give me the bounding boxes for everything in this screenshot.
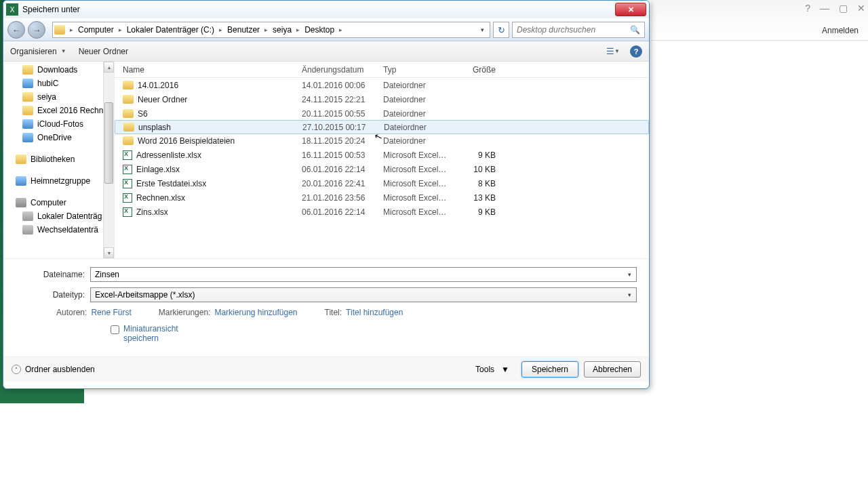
tree-item[interactable]: Bibliotheken (3, 152, 114, 166)
col-type[interactable]: Typ (375, 65, 456, 75)
file-row[interactable]: S620.11.2015 00:55Dateiordner (115, 106, 649, 121)
path-seg-computer[interactable]: Computer (75, 22, 117, 37)
chevron-down-icon[interactable]: ▾ (624, 289, 635, 300)
tree-item[interactable]: seiya (3, 90, 114, 104)
chevron-right-icon[interactable]: ▸ (217, 26, 224, 33)
tags-value[interactable]: Markierung hinzufügen (214, 308, 297, 317)
file-name: 14.01.2016 (138, 81, 178, 90)
tree-item-label: Computer (31, 198, 66, 207)
organize-button[interactable]: Organisieren ▼ (10, 47, 66, 56)
tree-item[interactable]: Excel 2016 Rechn (3, 104, 114, 117)
file-row[interactable]: Erste Testdatei.xlsx20.01.2016 22:41Micr… (115, 176, 649, 190)
cancel-button[interactable]: Abbrechen (584, 361, 641, 378)
file-type: Microsoft Excel-Ar... (375, 193, 456, 203)
file-row[interactable]: Rechnen.xlsx21.01.2016 23:56Microsoft Ex… (115, 190, 649, 205)
col-name[interactable]: Name (115, 65, 294, 75)
address-bar[interactable]: ▸ Computer ▸ Lokaler Datenträger (C:) ▸ … (52, 22, 490, 38)
tree-item[interactable]: hubiC (3, 77, 114, 90)
chevron-right-icon[interactable]: ▸ (117, 26, 124, 33)
filename-input[interactable]: Zinsen ▾ (90, 267, 637, 282)
save-button[interactable]: Speichern (521, 361, 578, 378)
tree-item[interactable]: Computer (3, 196, 114, 209)
dialog-titlebar: X Speichern unter ✕ (3, 1, 649, 18)
save-as-dialog: X Speichern unter ✕ ← → ▸ Computer ▸ Lok… (3, 0, 650, 389)
tree-item-icon (22, 225, 33, 235)
address-dropdown[interactable]: ▾ (477, 26, 488, 33)
file-row[interactable]: Einlage.xlsx06.01.2016 22:14Microsoft Ex… (115, 162, 649, 176)
file-date: 21.01.2016 23:56 (294, 193, 375, 203)
file-date: 20.01.2016 22:41 (294, 179, 375, 188)
filetype-select[interactable]: Excel-Arbeitsmappe (*.xlsx) ▾ (90, 287, 637, 302)
tree-item-icon (16, 176, 26, 186)
restore-icon[interactable]: ▢ (839, 3, 848, 14)
chevron-right-icon[interactable]: ▸ (294, 26, 302, 33)
tree-item[interactable]: iCloud-Fotos (3, 117, 114, 131)
dialog-close-button[interactable]: ✕ (615, 3, 646, 16)
file-row[interactable]: 14.01.201614.01.2016 00:06Dateiordner (115, 78, 649, 92)
tree-item-icon (16, 198, 26, 207)
view-options-button[interactable]: ☰ ▼ (603, 45, 623, 58)
path-seg-desktop[interactable]: Desktop (302, 22, 337, 37)
file-date: 06.01.2016 22:14 (294, 207, 375, 217)
tree-item[interactable]: Wechseldatenträ (3, 223, 114, 237)
chevron-right-icon[interactable]: ▸ (337, 26, 344, 33)
help-button[interactable]: ? (630, 45, 642, 58)
search-box[interactable]: 🔍 (512, 22, 645, 38)
file-row[interactable]: Zins.xlsx06.01.2016 22:14Microsoft Excel… (115, 205, 649, 219)
chevron-down-icon[interactable]: ▾ (624, 269, 635, 280)
search-icon[interactable]: 🔍 (630, 25, 640, 35)
excel-icon: X (6, 3, 18, 16)
tree-item[interactable]: Heimnetzgruppe (3, 174, 114, 188)
tree-item[interactable]: Downloads (3, 63, 114, 77)
help-icon[interactable]: ? (805, 3, 810, 14)
minimize-icon[interactable]: — (820, 3, 829, 14)
scroll-thumb[interactable] (104, 102, 113, 184)
chevron-right-icon[interactable]: ▸ (68, 26, 75, 33)
file-list-header: Name Änderungsdatum Typ Größe (115, 62, 649, 78)
close-icon[interactable]: ✕ (857, 3, 865, 14)
chevron-down-icon: ▼ (614, 48, 620, 54)
title-meta-value[interactable]: Titel hinzufügen (346, 308, 403, 317)
file-type: Microsoft Excel-Ar... (375, 207, 456, 217)
hide-folders-button[interactable]: ˄ Ordner ausblenden (12, 365, 95, 374)
chevron-down-icon: ▼ (61, 48, 66, 54)
file-icon (123, 95, 134, 104)
chevron-up-icon: ˄ (12, 365, 21, 374)
tree-scrollbar[interactable]: ▴ ▾ (103, 62, 114, 258)
organize-label: Organisieren (10, 47, 57, 56)
chevron-right-icon[interactable]: ▸ (262, 26, 270, 33)
file-size: 9 KB (456, 207, 504, 217)
file-type: Dateiordner (375, 81, 456, 90)
tree-item-icon (22, 133, 33, 142)
back-button[interactable]: ← (7, 21, 25, 39)
scroll-up-button[interactable]: ▴ (104, 62, 114, 73)
tree-item[interactable]: OneDrive (3, 131, 114, 144)
forward-button[interactable]: → (28, 21, 45, 39)
file-row[interactable]: unsplash27.10.2015 00:17Dateiordner (115, 120, 649, 134)
tree-item[interactable]: Lokaler Datenträg (3, 209, 114, 223)
file-row[interactable]: Adressenliste.xlsx16.11.2015 00:53Micros… (115, 148, 649, 162)
new-folder-button[interactable]: Neuer Ordner (79, 47, 128, 56)
refresh-button[interactable]: ↻ (493, 22, 509, 38)
col-date[interactable]: Änderungsdatum (294, 65, 375, 75)
path-seg-users[interactable]: Benutzer (224, 22, 262, 37)
authors-value[interactable]: Rene Fürst (91, 308, 131, 317)
filetype-value: Excel-Arbeitsmappe (*.xlsx) (95, 290, 195, 300)
chevron-down-icon: ▼ (501, 365, 509, 374)
file-type: Microsoft Excel-Ar... (375, 179, 456, 188)
thumbnail-checkbox[interactable] (111, 325, 119, 334)
folder-tree[interactable]: DownloadshubiCseiyaExcel 2016 RechniClou… (3, 62, 115, 258)
col-size[interactable]: Größe (456, 65, 504, 75)
thumbnail-label: Miniaturansicht speichern (123, 324, 198, 343)
scroll-down-button[interactable]: ▾ (104, 247, 114, 258)
file-row[interactable]: Word 2016 Beispieldateien18.11.2015 20:2… (115, 134, 649, 148)
path-seg-drive[interactable]: Lokaler Datenträger (C:) (124, 22, 217, 37)
tools-button[interactable]: Tools ▼ (469, 362, 516, 377)
file-date: 24.11.2015 22:21 (294, 95, 375, 104)
search-input[interactable] (517, 25, 630, 35)
file-row[interactable]: Neuer Ordner24.11.2015 22:21Dateiordner (115, 92, 649, 106)
file-name: Einlage.xlsx (136, 165, 180, 174)
path-seg-seiya[interactable]: seiya (270, 22, 294, 37)
sign-in-link[interactable]: Anmelden (822, 26, 859, 35)
tree-item-label: OneDrive (37, 133, 72, 142)
